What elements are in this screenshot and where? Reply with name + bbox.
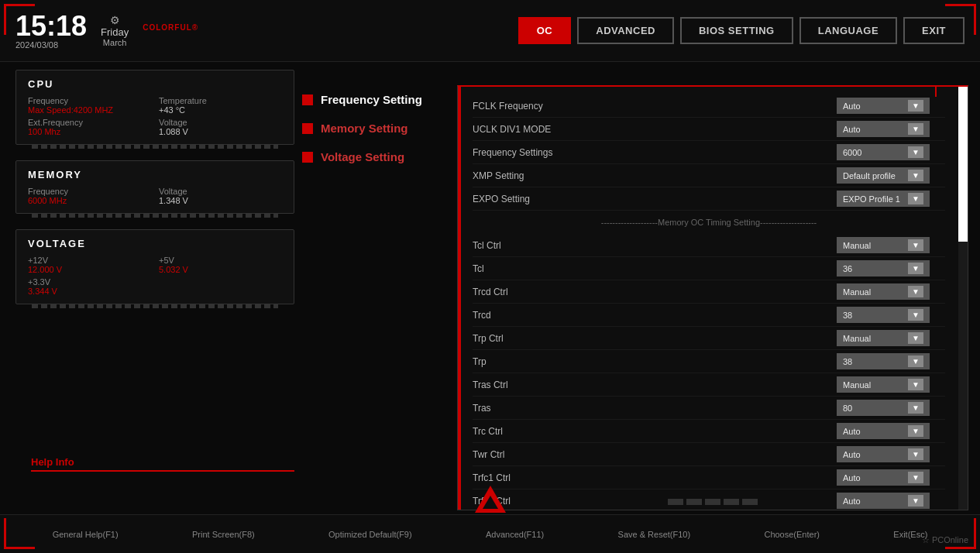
setting-row[interactable]: Twr CtrlAuto▼ bbox=[473, 443, 945, 466]
mem-voltage-value: 1.348 V bbox=[159, 196, 282, 205]
setting-control-9: 38▼ bbox=[837, 307, 945, 323]
menu-memory-setting[interactable]: Memory Setting bbox=[302, 122, 449, 135]
help-info: Help Info bbox=[31, 456, 294, 472]
setting-dropdown-11[interactable]: 38▼ bbox=[837, 353, 930, 369]
setting-dropdown-4[interactable]: EXPO Profile 1▼ bbox=[837, 191, 930, 207]
corner-bl bbox=[4, 518, 35, 549]
setting-control-1: Auto▼ bbox=[837, 121, 945, 137]
setting-dropdown-0[interactable]: Auto▼ bbox=[837, 98, 930, 114]
setting-control-0: Auto▼ bbox=[837, 98, 945, 114]
dropdown-arrow-4: ▼ bbox=[908, 193, 923, 204]
setting-row[interactable]: Tcl CtrlManual▼ bbox=[473, 234, 945, 257]
setting-name-3: XMP Setting bbox=[473, 170, 837, 181]
brand-logo: COLORFUL® bbox=[143, 20, 198, 42]
setting-row[interactable]: Trcd CtrlManual▼ bbox=[473, 280, 945, 304]
setting-dropdown-16[interactable]: Auto▼ bbox=[837, 469, 930, 486]
v5-value: 5.032 V bbox=[159, 265, 282, 274]
dropdown-arrow-15: ▼ bbox=[908, 448, 923, 460]
setting-name-0: FCLK Frequency bbox=[473, 101, 837, 112]
help-info-text: Help Info bbox=[31, 456, 294, 468]
setting-value-10: Manual bbox=[843, 334, 871, 343]
setting-name-4: EXPO Setting bbox=[473, 194, 837, 204]
setting-dropdown-3[interactable]: Default profile▼ bbox=[837, 167, 930, 184]
dropdown-arrow-13: ▼ bbox=[908, 402, 923, 414]
bottom-save-reset: Save & Reset(F10) bbox=[618, 530, 691, 539]
mem-voltage-label: Voltage bbox=[159, 187, 282, 196]
dropdown-arrow-3: ▼ bbox=[908, 170, 923, 181]
right-panel: FCLK FrequencyAuto▼UCLK DIV1 MODEAuto▼Fr… bbox=[457, 85, 968, 510]
setting-name-13: Tras bbox=[473, 403, 837, 414]
setting-row[interactable]: Tras80▼ bbox=[473, 397, 945, 420]
setting-row[interactable]: Trfc1 CtrlAuto▼ bbox=[473, 466, 945, 489]
nav-advanced-button[interactable]: ADVANCED bbox=[577, 17, 674, 44]
menu-frequency-setting[interactable]: Frequency Setting bbox=[302, 93, 449, 106]
setting-control-13: 80▼ bbox=[837, 400, 945, 416]
setting-dropdown-6[interactable]: Manual▼ bbox=[837, 237, 930, 253]
setting-row[interactable]: Tcl36▼ bbox=[473, 257, 945, 280]
scroll-bar[interactable] bbox=[958, 87, 968, 510]
v33-label: +3.3V bbox=[28, 277, 151, 287]
memory-grid: Frequency 6000 MHz Voltage 1.348 V bbox=[28, 187, 282, 205]
setting-row[interactable]: Trp CtrlManual▼ bbox=[473, 327, 945, 350]
setting-value-3: Default profile bbox=[843, 171, 896, 180]
setting-value-14: Auto bbox=[843, 427, 861, 436]
v12-value: 12.000 V bbox=[28, 265, 151, 274]
setting-dropdown-7[interactable]: 36▼ bbox=[837, 260, 930, 276]
bottom-bar: General Help(F1) Print Screen(F8) Optimi… bbox=[0, 514, 980, 553]
corner-tl bbox=[4, 4, 35, 35]
voltage-card: VOLTAGE +12V 12.000 V +5V 5.032 V +3.3V … bbox=[15, 229, 294, 304]
setting-row[interactable]: Frequency Settings6000▼ bbox=[473, 141, 945, 164]
setting-value-0: Auto bbox=[843, 101, 861, 111]
cpu-temp-value: +43 °C bbox=[159, 105, 282, 115]
setting-name-6: Tcl Ctrl bbox=[473, 240, 837, 251]
cpu-freq-label: Frequency bbox=[28, 96, 151, 105]
month-name: March bbox=[103, 38, 127, 47]
scroll-thumb bbox=[958, 87, 968, 242]
setting-row[interactable]: EXPO SettingEXPO Profile 1▼ bbox=[473, 187, 945, 211]
setting-name-9: Trcd bbox=[473, 310, 837, 321]
settings-scroll[interactable]: FCLK FrequencyAuto▼UCLK DIV1 MODEAuto▼Fr… bbox=[461, 87, 968, 510]
setting-dropdown-14[interactable]: Auto▼ bbox=[837, 423, 930, 439]
nav-bios-button[interactable]: BIOS SETTING bbox=[680, 17, 793, 44]
setting-row[interactable]: Trcd38▼ bbox=[473, 304, 945, 327]
voltage-title: VOLTAGE bbox=[28, 238, 282, 249]
voltage-grid: +12V 12.000 V +5V 5.032 V +3.3V 3.344 V bbox=[28, 256, 282, 296]
setting-value-16: Auto bbox=[843, 473, 861, 483]
nav-language-button[interactable]: LANGUAGE bbox=[799, 17, 897, 44]
setting-row[interactable]: FCLK FrequencyAuto▼ bbox=[473, 94, 945, 118]
setting-control-16: Auto▼ bbox=[837, 469, 945, 486]
corner-tr bbox=[945, 4, 976, 35]
setting-dropdown-13[interactable]: 80▼ bbox=[837, 400, 930, 416]
cpu-temp-label: Temperature bbox=[159, 96, 282, 105]
setting-dropdown-15[interactable]: Auto▼ bbox=[837, 446, 930, 462]
setting-control-8: Manual▼ bbox=[837, 283, 945, 300]
setting-control-10: Manual▼ bbox=[837, 330, 945, 346]
deco-seg-4 bbox=[724, 499, 739, 505]
setting-name-7: Tcl bbox=[473, 263, 837, 274]
nav-oc-button[interactable]: OC bbox=[518, 17, 572, 44]
setting-dropdown-9[interactable]: 38▼ bbox=[837, 307, 930, 323]
setting-name-12: Tras Ctrl bbox=[473, 380, 837, 390]
setting-dropdown-1[interactable]: Auto▼ bbox=[837, 121, 930, 137]
menu-label-memory: Memory Setting bbox=[321, 122, 408, 135]
cpu-title: CPU bbox=[28, 78, 282, 90]
side-menu: Frequency Setting Memory Setting Voltage… bbox=[302, 93, 449, 179]
setting-control-2: 6000▼ bbox=[837, 144, 945, 160]
mem-freq-label: Frequency bbox=[28, 187, 151, 196]
setting-row[interactable]: UCLK DIV1 MODEAuto▼ bbox=[473, 118, 945, 141]
setting-row[interactable]: Tras CtrlManual▼ bbox=[473, 373, 945, 397]
setting-control-7: 36▼ bbox=[837, 260, 945, 276]
cpu-ext-freq-value: 100 Mhz bbox=[28, 127, 151, 136]
setting-control-11: 38▼ bbox=[837, 353, 945, 369]
setting-dropdown-10[interactable]: Manual▼ bbox=[837, 330, 930, 346]
help-line bbox=[31, 470, 294, 472]
setting-value-12: Manual bbox=[843, 380, 871, 390]
nav-buttons: OC ADVANCED BIOS SETTING LANGUAGE EXIT bbox=[518, 17, 965, 44]
setting-row[interactable]: Trp38▼ bbox=[473, 350, 945, 373]
setting-row[interactable]: Trc CtrlAuto▼ bbox=[473, 420, 945, 443]
setting-dropdown-8[interactable]: Manual▼ bbox=[837, 283, 930, 300]
setting-dropdown-2[interactable]: 6000▼ bbox=[837, 144, 930, 160]
setting-dropdown-12[interactable]: Manual▼ bbox=[837, 376, 930, 393]
setting-row[interactable]: XMP SettingDefault profile▼ bbox=[473, 164, 945, 187]
menu-voltage-setting[interactable]: Voltage Setting bbox=[302, 150, 449, 163]
